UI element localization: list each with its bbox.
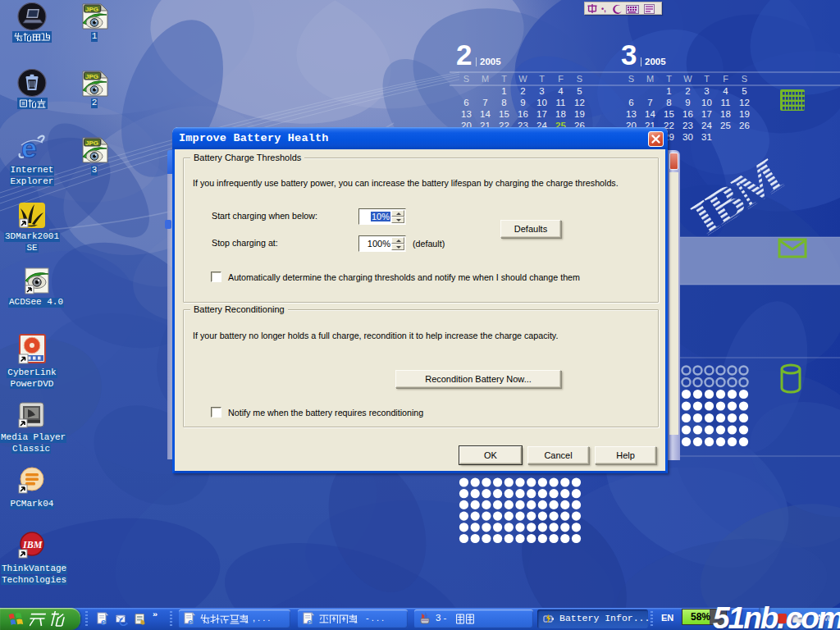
svg-text:JPG: JPG — [85, 139, 98, 147]
svg-text:e: e — [307, 617, 312, 627]
svg-text:e: e — [188, 617, 193, 627]
svg-text:JPG: JPG — [85, 73, 98, 80]
svg-text:e: e — [21, 135, 37, 162]
svg-text:e: e — [101, 617, 106, 627]
svg-text:JPG: JPG — [85, 6, 98, 13]
svg-text:IBM: IBM — [22, 539, 43, 550]
